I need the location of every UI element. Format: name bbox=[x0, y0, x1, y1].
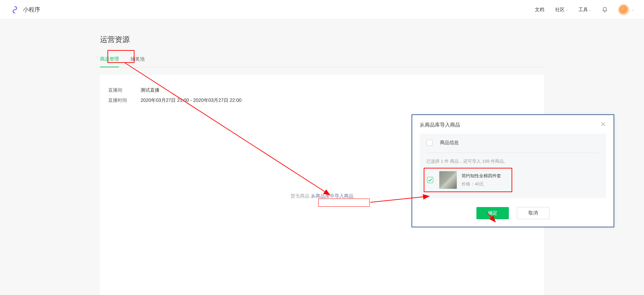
table-head-label: 商品信息 bbox=[440, 140, 459, 146]
divider bbox=[426, 153, 599, 153]
time-label: 直播时间 bbox=[108, 95, 141, 105]
confirm-button[interactable]: 确定 bbox=[476, 207, 509, 219]
miniprogram-logo-icon bbox=[10, 5, 20, 15]
time-value: 2020年03月27日 21:00 - 2020年03月27日 22:00 bbox=[141, 95, 242, 105]
product-checkbox[interactable] bbox=[427, 177, 433, 183]
selection-status: 已选择 1 件 商品，还可导入 199 件商品。 bbox=[426, 158, 599, 164]
user-menu[interactable]: ⌵ bbox=[619, 5, 634, 15]
chevron-down-icon: ⌵ bbox=[632, 8, 634, 12]
bell-icon bbox=[602, 7, 608, 13]
import-modal: 从商品库导入商品 商品信息 已选择 1 件 商品，还可导入 199 件商品。 简… bbox=[412, 114, 614, 227]
nav-community[interactable]: 社区⌵ bbox=[555, 7, 568, 13]
info-rows: 直播间 测试直播 直播时间 2020年03月27日 21:00 - 2020年0… bbox=[108, 85, 536, 105]
chevron-down-icon: ⌵ bbox=[566, 8, 568, 12]
select-all-checkbox[interactable] bbox=[426, 140, 432, 146]
nav-tools[interactable]: 工具⌵ bbox=[578, 7, 591, 13]
product-price: 价格：40元 bbox=[462, 181, 501, 187]
import-link[interactable]: 从商品库中导入商品 bbox=[311, 193, 353, 199]
avatar bbox=[619, 5, 629, 15]
logo-label: 小程序 bbox=[23, 6, 40, 14]
modal-header: 从商品库导入商品 bbox=[412, 115, 614, 134]
notifications-button[interactable] bbox=[602, 7, 608, 13]
info-row-room: 直播间 测试直播 bbox=[108, 85, 536, 95]
info-row-time: 直播时间 2020年03月27日 21:00 - 2020年03月27日 22:… bbox=[108, 95, 536, 105]
modal-title: 从商品库导入商品 bbox=[420, 122, 460, 128]
room-label: 直播间 bbox=[108, 85, 141, 95]
nav-docs[interactable]: 文档 bbox=[535, 7, 544, 13]
product-name: 简约知性全棉四件套 bbox=[462, 173, 501, 179]
table-head-row: 商品信息 bbox=[426, 140, 599, 146]
header: 小程序 文档 社区⌵ 工具⌵ ⌵ bbox=[0, 0, 644, 20]
cancel-button[interactable]: 取消 bbox=[517, 207, 549, 219]
header-right: 文档 社区⌵ 工具⌵ ⌵ bbox=[535, 5, 634, 15]
tabs: 商品管理 抽奖池 bbox=[100, 51, 544, 67]
tab-lottery[interactable]: 抽奖池 bbox=[130, 51, 145, 67]
room-value: 测试直播 bbox=[141, 85, 159, 95]
product-thumb bbox=[439, 171, 457, 189]
tab-products[interactable]: 商品管理 bbox=[100, 51, 119, 67]
product-table: 商品信息 已选择 1 件 商品，还可导入 199 件商品。 简约知性全棉四件套 … bbox=[420, 134, 606, 198]
product-meta: 简约知性全棉四件套 价格：40元 bbox=[462, 173, 501, 187]
modal-buttons: 确定 取消 bbox=[420, 207, 606, 219]
check-icon bbox=[428, 178, 432, 182]
empty-text: 暂无商品 bbox=[291, 193, 309, 199]
close-icon[interactable] bbox=[600, 121, 606, 129]
modal-body: 商品信息 已选择 1 件 商品，还可导入 199 件商品。 简约知性全棉四件套 … bbox=[412, 134, 614, 227]
header-left: 小程序 bbox=[10, 5, 40, 15]
product-row[interactable]: 简约知性全棉四件套 价格：40元 bbox=[424, 168, 512, 192]
page-title: 运营资源 bbox=[100, 26, 544, 51]
chevron-down-icon: ⌵ bbox=[589, 8, 591, 12]
